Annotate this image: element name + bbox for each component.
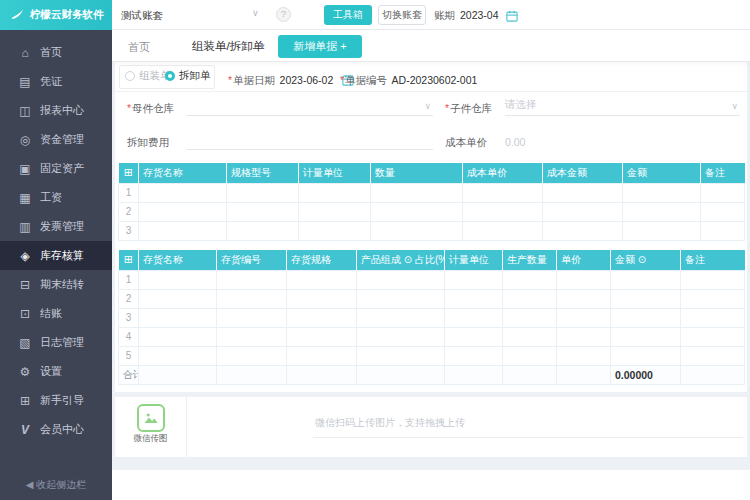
table-cell[interactable] bbox=[611, 327, 681, 346]
table-cell[interactable] bbox=[543, 221, 623, 240]
table-cell[interactable] bbox=[463, 202, 543, 221]
table-cell[interactable] bbox=[227, 202, 299, 221]
doc-number-value[interactable]: AD-20230602-001 bbox=[392, 74, 478, 86]
table-cell[interactable] bbox=[701, 183, 745, 202]
table-cell[interactable] bbox=[611, 346, 681, 365]
table-cell[interactable] bbox=[287, 270, 357, 289]
help-icon[interactable]: ? bbox=[276, 7, 291, 22]
table-cell[interactable] bbox=[463, 183, 543, 202]
table-cell[interactable] bbox=[371, 221, 463, 240]
table-cell[interactable] bbox=[503, 270, 557, 289]
table-cell[interactable] bbox=[445, 346, 503, 365]
radio-assembly[interactable]: 组装单 bbox=[125, 69, 171, 83]
column-settings-icon[interactable]: ⊞ bbox=[119, 250, 139, 270]
table-cell[interactable] bbox=[217, 308, 287, 327]
table-cell[interactable] bbox=[445, 308, 503, 327]
new-document-button[interactable]: 新增单据 + bbox=[278, 35, 362, 58]
table-cell[interactable] bbox=[287, 327, 357, 346]
table-cell[interactable] bbox=[623, 202, 701, 221]
table-cell[interactable] bbox=[227, 183, 299, 202]
period-value[interactable]: 2023-04 bbox=[460, 9, 499, 21]
table-cell[interactable] bbox=[681, 270, 745, 289]
table-cell[interactable] bbox=[139, 202, 227, 221]
table-cell[interactable] bbox=[611, 289, 681, 308]
sidebar-item-voucher[interactable]: ▤凭证 bbox=[0, 67, 112, 96]
table-cell[interactable] bbox=[357, 308, 445, 327]
table-cell[interactable] bbox=[217, 346, 287, 365]
table-cell[interactable] bbox=[139, 289, 217, 308]
doc-type-caret-icon[interactable]: ▾ bbox=[260, 41, 265, 51]
doc-date-field[interactable]: *单据日期 2023-06-02 bbox=[228, 70, 354, 90]
table-cell[interactable] bbox=[357, 327, 445, 346]
sidebar-item-invoice[interactable]: ▥发票管理 bbox=[0, 212, 112, 241]
disassembly-fee-input[interactable] bbox=[187, 132, 433, 150]
table-cell[interactable] bbox=[701, 221, 745, 240]
switch-account-button[interactable]: 切换账套 bbox=[378, 5, 426, 25]
table-cell[interactable] bbox=[299, 183, 371, 202]
toolbox-button[interactable]: 工具箱 bbox=[324, 5, 372, 25]
sidebar-item-funds[interactable]: ◎资金管理 bbox=[0, 125, 112, 154]
column-settings-icon[interactable]: ⊞ bbox=[119, 163, 139, 183]
table-cell[interactable] bbox=[299, 221, 371, 240]
table-cell[interactable] bbox=[139, 221, 227, 240]
table-cell[interactable] bbox=[357, 346, 445, 365]
table-cell[interactable] bbox=[503, 346, 557, 365]
table-cell[interactable] bbox=[543, 183, 623, 202]
table-cell[interactable] bbox=[463, 221, 543, 240]
table-cell[interactable] bbox=[557, 289, 611, 308]
sidebar-item-assets[interactable]: ▣固定资产 bbox=[0, 154, 112, 183]
table-cell[interactable] bbox=[701, 202, 745, 221]
sidebar-item-vip[interactable]: V会员中心 bbox=[0, 415, 112, 444]
table-cell[interactable] bbox=[139, 327, 217, 346]
table-cell[interactable] bbox=[139, 183, 227, 202]
sidebar-item-settings[interactable]: ⚙设置 bbox=[0, 357, 112, 386]
table-cell[interactable] bbox=[623, 221, 701, 240]
table-cell[interactable] bbox=[557, 270, 611, 289]
radio-disassembly[interactable]: 拆卸单 bbox=[165, 69, 211, 83]
table-cell[interactable] bbox=[445, 270, 503, 289]
table-cell[interactable] bbox=[217, 289, 287, 308]
breadcrumb-home-link[interactable]: 首页 bbox=[128, 40, 150, 55]
table-cell[interactable] bbox=[227, 221, 299, 240]
sidebar-item-home[interactable]: ⌂首页 bbox=[0, 38, 112, 67]
sidebar-item-logs[interactable]: ▧日志管理 bbox=[0, 328, 112, 357]
table-cell[interactable] bbox=[623, 183, 701, 202]
table-cell[interactable] bbox=[503, 308, 557, 327]
table-cell[interactable] bbox=[543, 202, 623, 221]
table-cell[interactable] bbox=[287, 346, 357, 365]
table-cell[interactable] bbox=[287, 289, 357, 308]
sidebar-item-salary[interactable]: ▦工资 bbox=[0, 183, 112, 212]
table-cell[interactable] bbox=[557, 327, 611, 346]
table-cell[interactable] bbox=[611, 270, 681, 289]
doc-type-dropdown[interactable]: 组装单/拆卸单 bbox=[192, 39, 264, 54]
table-cell[interactable] bbox=[357, 289, 445, 308]
sidebar-item-inventory[interactable]: ◈库存核算 bbox=[0, 241, 112, 270]
sidebar-item-carryover[interactable]: ⊟期末结转 bbox=[0, 270, 112, 299]
table-cell[interactable] bbox=[681, 327, 745, 346]
account-name-dropdown[interactable]: 测试账套 bbox=[121, 9, 163, 23]
sidebar-item-closing[interactable]: ⊡结账 bbox=[0, 299, 112, 328]
upload-dropzone[interactable] bbox=[313, 437, 743, 438]
table-cell[interactable] bbox=[139, 270, 217, 289]
period-calendar-icon[interactable] bbox=[506, 8, 518, 26]
sidebar-item-guide[interactable]: ⊞新手引导 bbox=[0, 386, 112, 415]
table-cell[interactable] bbox=[371, 202, 463, 221]
table-cell[interactable] bbox=[139, 308, 217, 327]
table-cell[interactable] bbox=[557, 308, 611, 327]
table-cell[interactable] bbox=[681, 346, 745, 365]
table-cell[interactable] bbox=[681, 308, 745, 327]
table-cell[interactable] bbox=[217, 270, 287, 289]
table-cell[interactable] bbox=[611, 308, 681, 327]
table-cell[interactable] bbox=[557, 346, 611, 365]
table-cell[interactable] bbox=[503, 289, 557, 308]
table-cell[interactable] bbox=[357, 270, 445, 289]
wechat-upload-button[interactable]: 微信传图 bbox=[115, 397, 187, 457]
table-cell[interactable] bbox=[217, 327, 287, 346]
table-cell[interactable] bbox=[681, 289, 745, 308]
sidebar-item-reports[interactable]: ◫报表中心 bbox=[0, 96, 112, 125]
account-chevron-down-icon[interactable]: ∨ bbox=[252, 8, 259, 18]
parent-warehouse-select[interactable]: ∨ bbox=[187, 98, 433, 116]
table-cell[interactable] bbox=[445, 289, 503, 308]
sidebar-collapse-button[interactable]: ◀ 收起侧边栏 bbox=[0, 478, 112, 492]
table-cell[interactable] bbox=[139, 346, 217, 365]
